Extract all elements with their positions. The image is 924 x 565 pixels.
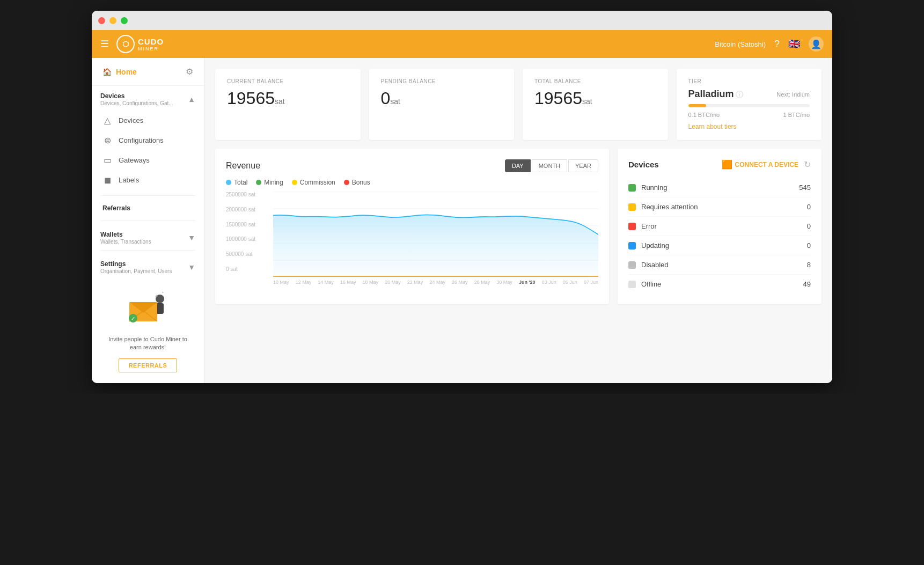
error-count: 0 <box>807 222 811 230</box>
revenue-svg <box>273 192 598 277</box>
sidebar-item-referrals[interactable]: Referrals <box>92 199 204 217</box>
refresh-icon[interactable]: ↻ <box>804 159 811 170</box>
chart-tab-day[interactable]: DAY <box>505 159 531 172</box>
tier-link[interactable]: Learn about tiers <box>688 123 737 130</box>
status-disabled-left: Disabled <box>628 261 669 269</box>
chart-tabs: DAY MONTH YEAR <box>505 159 598 172</box>
collapse-icon: ▲ <box>188 95 195 104</box>
x-axis: 10 May 12 May 14 May 16 May 18 May 20 Ma… <box>273 280 598 285</box>
nav-right: Bitcoin (Satoshi) ? 🇬🇧 👤 <box>715 36 824 52</box>
tier-range-max: 1 BTC/mo <box>783 112 810 118</box>
legend-total-dot <box>226 180 231 185</box>
x-label-3: 14 May <box>318 280 334 285</box>
chart-legend: Total Mining Commission Bonus <box>226 179 598 186</box>
y-label-1: 500000 sat <box>226 251 269 257</box>
total-balance-value: 19565 <box>534 89 582 108</box>
x-label-13: 03 Jun <box>542 280 556 285</box>
referrals-button[interactable]: REFERRALS <box>119 358 178 372</box>
title-bar <box>92 11 832 30</box>
status-offline-left: Offline <box>628 280 661 288</box>
current-balance-value-block: 19565sat <box>227 89 349 108</box>
devices-section-sub: Devices, Configurations, Gat... <box>100 100 173 106</box>
legend-bonus-dot <box>344 180 349 185</box>
top-nav: ☰ ⬡ CUDO MINER Bitcoin (Satoshi) ? 🇬🇧 👤 <box>92 30 832 58</box>
sidebar-item-gateways[interactable]: ▭ Gateways <box>92 150 204 170</box>
divider-2 <box>100 221 195 221</box>
tier-header: Palladium ⓘ Next: Iridium <box>688 89 810 100</box>
wallets-title: Wallets <box>100 231 151 238</box>
status-attention: Requires attention 0 <box>628 197 811 217</box>
devices-section-title: Devices <box>100 92 173 100</box>
device-status-list: Running 545 Requires attention 0 <box>628 178 811 293</box>
x-label-14: 05 Jun <box>563 280 577 285</box>
y-label-2: 1000000 sat <box>226 236 269 242</box>
sidebar-item-devices[interactable]: △ Devices <box>92 111 204 130</box>
x-label-6: 20 May <box>385 280 401 285</box>
wallets-sub: Wallets, Transactions <box>100 239 151 245</box>
running-count: 545 <box>799 184 811 192</box>
settings-collapse-icon: ▼ <box>188 263 195 272</box>
referral-text: Invite people to Cudo Miner to earn rewa… <box>102 335 193 352</box>
currency-label: Bitcoin (Satoshi) <box>715 40 766 48</box>
close-btn[interactable] <box>98 17 105 24</box>
svg-text:✦: ✦ <box>155 294 158 299</box>
help-icon[interactable]: ? <box>774 39 780 50</box>
legend-mining-label: Mining <box>264 179 283 186</box>
x-label-7: 22 May <box>407 280 423 285</box>
logo: ⬡ CUDO MINER <box>116 35 164 53</box>
x-label-1: 10 May <box>273 280 289 285</box>
devices-section-header[interactable]: Devices Devices, Configurations, Gat... … <box>100 92 195 106</box>
settings-section-header[interactable]: Settings Organisation, Payment, Users ▼ <box>100 260 195 274</box>
current-balance-unit: sat <box>275 97 285 106</box>
logo-name: CUDO <box>138 37 164 46</box>
status-offline: Offline 49 <box>628 275 811 293</box>
maximize-btn[interactable] <box>121 17 128 24</box>
tier-progress-fill <box>688 104 707 107</box>
logo-sub: MINER <box>138 46 164 52</box>
svg-text:✓: ✓ <box>131 315 135 321</box>
tier-range-min: 0.1 BTC/mo <box>688 112 720 118</box>
status-updating-left: Updating <box>628 241 669 250</box>
pending-balance-unit: sat <box>390 97 400 106</box>
sidebar-item-labels[interactable]: ◼ Labels <box>92 170 204 190</box>
minimize-btn[interactable] <box>109 17 116 24</box>
devices-label: Devices <box>119 116 143 124</box>
home-icon: 🏠 <box>102 68 112 76</box>
current-balance-label: CURRENT BALANCE <box>227 78 349 84</box>
divider-3 <box>100 250 195 251</box>
revenue-chart-card: Revenue DAY MONTH YEAR Total <box>215 149 609 304</box>
connect-device-button[interactable]: 🟧 CONNECT A DEVICE <box>722 159 798 170</box>
attention-label: Requires attention <box>641 203 698 211</box>
wallets-section: Wallets Wallets, Transactions ▼ <box>92 224 204 247</box>
home-link[interactable]: 🏠 Home <box>102 68 137 76</box>
user-avatar[interactable]: 👤 <box>809 36 824 52</box>
hamburger-icon[interactable]: ☰ <box>100 38 109 50</box>
labels-icon: ◼ <box>102 175 112 185</box>
disabled-label: Disabled <box>641 261 669 269</box>
sidebar: 🏠 Home ⚙ Devices Devices, Configurations… <box>92 58 204 383</box>
pending-balance-card: PENDING BALANCE 0sat <box>369 69 515 140</box>
status-attention-left: Requires attention <box>628 203 698 211</box>
sidebar-home-section: 🏠 Home ⚙ <box>92 58 204 86</box>
home-label: Home <box>116 68 137 76</box>
devices-icon: △ <box>102 115 112 126</box>
chart-body: 2500000 sat 2000000 sat 1500000 sat 1000… <box>226 192 598 285</box>
chart-tab-month[interactable]: MONTH <box>532 159 567 172</box>
legend-total: Total <box>226 179 247 186</box>
wallets-section-header[interactable]: Wallets Wallets, Transactions ▼ <box>100 231 195 245</box>
x-label-9: 26 May <box>452 280 468 285</box>
wallets-title-block: Wallets Wallets, Transactions <box>100 231 151 245</box>
connect-btn-label: CONNECT A DEVICE <box>735 161 798 168</box>
chart-tab-year[interactable]: YEAR <box>568 159 598 172</box>
configurations-label: Configurations <box>119 136 164 144</box>
svg-rect-1 <box>156 303 164 314</box>
tier-info-icon[interactable]: ⓘ <box>736 90 743 99</box>
x-label-2: 12 May <box>296 280 312 285</box>
gear-icon[interactable]: ⚙ <box>186 67 193 77</box>
flag-icon[interactable]: 🇬🇧 <box>788 38 800 50</box>
status-updating: Updating 0 <box>628 236 811 255</box>
configurations-icon: ⊜ <box>102 135 112 145</box>
legend-commission: Commission <box>292 179 335 186</box>
sidebar-item-configurations[interactable]: ⊜ Configurations <box>92 130 204 150</box>
tier-label: TIER <box>688 78 810 84</box>
